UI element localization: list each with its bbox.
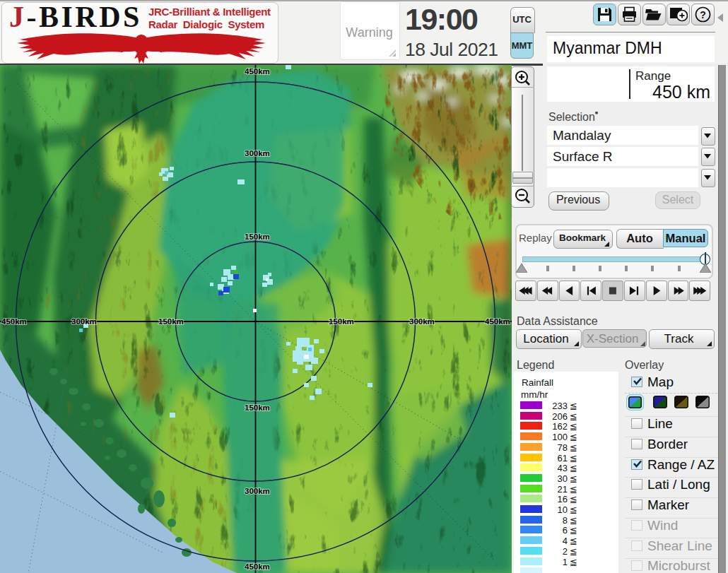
svg-text:150km: 150km xyxy=(329,317,354,326)
svg-text:150km: 150km xyxy=(245,232,270,241)
svg-text:300km: 300km xyxy=(71,317,97,326)
svg-text:450km: 450km xyxy=(245,67,270,76)
svg-text:300km: 300km xyxy=(409,317,435,326)
svg-text:450km: 450km xyxy=(485,317,510,326)
svg-text:450km: 450km xyxy=(245,562,270,571)
svg-text:?: ? xyxy=(700,9,706,20)
svg-text:300km: 300km xyxy=(245,487,270,495)
svg-text:150km: 150km xyxy=(158,317,184,326)
svg-text:150km: 150km xyxy=(245,403,270,412)
svg-text:300km: 300km xyxy=(245,149,270,158)
svg-text:450km: 450km xyxy=(1,317,27,326)
